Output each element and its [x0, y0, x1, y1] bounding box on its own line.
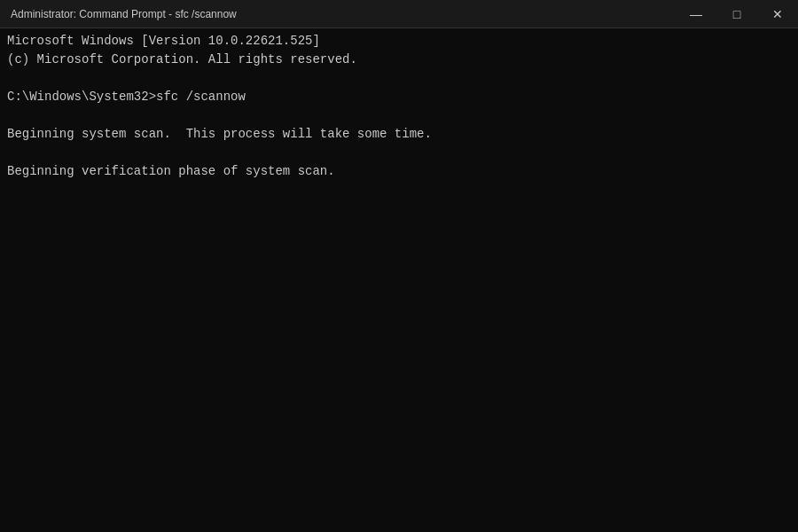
console-line: [7, 181, 791, 200]
console-line: [7, 69, 791, 88]
titlebar-controls: — □ ✕: [676, 0, 798, 27]
console-output[interactable]: Microsoft Windows [Version 10.0.22621.52…: [0, 28, 798, 532]
console-line: [7, 200, 791, 218]
console-line: [7, 386, 791, 404]
console-line: [7, 460, 791, 479]
console-line: [7, 330, 791, 348]
titlebar-title: Administrator: Command Prompt - sfc /sca…: [11, 8, 237, 20]
console-line: [7, 255, 791, 274]
console-line: [7, 311, 791, 330]
console-line: Beginning system scan. This process will…: [7, 125, 791, 144]
minimize-button[interactable]: —: [676, 0, 716, 27]
console-line: [7, 237, 791, 255]
console-line: [7, 423, 791, 442]
console-line: [7, 218, 791, 237]
console-line: [7, 274, 791, 293]
console-line: [7, 348, 791, 367]
console-line: [7, 106, 791, 125]
console-line: C:\Windows\System32>sfc /scannow: [7, 88, 791, 106]
titlebar: Administrator: Command Prompt - sfc /sca…: [0, 0, 798, 28]
console-line: [7, 367, 791, 386]
console-line: [7, 442, 791, 460]
maximize-button[interactable]: □: [716, 0, 757, 27]
console-line: Beginning verification phase of system s…: [7, 162, 791, 181]
console-line: [7, 293, 791, 311]
command-prompt-window: Administrator: Command Prompt - sfc /sca…: [0, 0, 798, 532]
console-line: [7, 144, 791, 162]
console-line: (c) Microsoft Corporation. All rights re…: [7, 51, 791, 69]
console-line: [7, 404, 791, 423]
console-line: Microsoft Windows [Version 10.0.22621.52…: [7, 32, 791, 51]
close-button[interactable]: ✕: [757, 0, 798, 27]
